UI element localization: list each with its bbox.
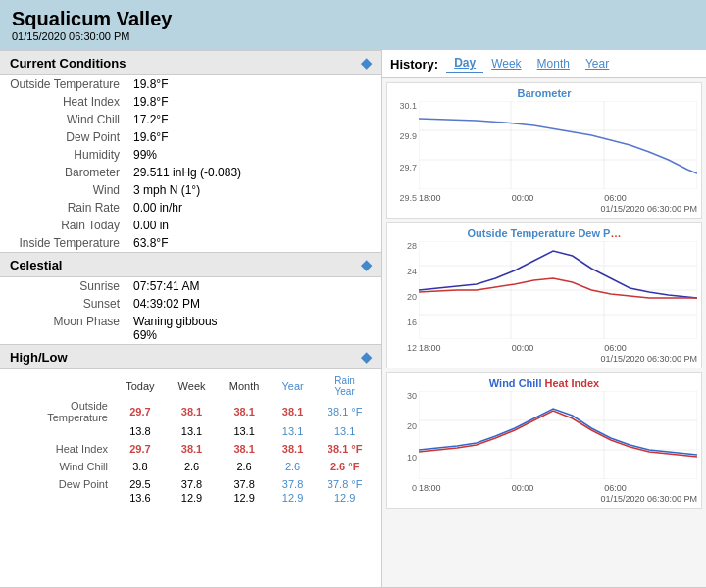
celestial-diamond-icon: ◆ (361, 257, 372, 272)
history-tabs-bar: History: Day Week Month Year (382, 50, 706, 78)
table-row: Sunset04:39:02 PM (0, 295, 381, 313)
list-item: 13.612.912.912.912.9 (6, 491, 376, 505)
temperature-chart: Outside Temperature Dew P… 28 24 20 16 1… (386, 222, 702, 368)
main-layout: Current Conditions ◆ Outside Temperature… (0, 50, 706, 587)
table-row: Wind Chill17.2°F (0, 111, 381, 128)
list-item: Wind Chill3.82.62.62.62.6 °F (6, 460, 376, 473)
charts-area: Barometer 30.1 29.9 29.7 29.5 (382, 78, 706, 587)
list-item: Outside Temperature29.738.138.138.138.1 … (6, 399, 376, 424)
left-panel: Current Conditions ◆ Outside Temperature… (0, 50, 382, 587)
temperature-svg (419, 241, 697, 339)
list-item: 13.813.113.113.113.1 (6, 424, 376, 438)
celestial-header: Celestial ◆ (0, 252, 381, 277)
highlow-diamond-icon: ◆ (361, 349, 372, 365)
table-row: Humidity99% (0, 146, 381, 164)
table-row: Inside Temperature63.8°F (0, 234, 381, 252)
header: Squalicum Valley 01/15/2020 06:30:00 PM (0, 0, 706, 50)
conditions-table: Outside Temperature19.8°FHeat Index19.8°… (0, 75, 381, 252)
highlow-table: Today Week Month Year RainYear Outside T… (6, 373, 376, 505)
current-conditions-header: Current Conditions ◆ (0, 50, 381, 75)
table-row: Heat Index19.8°F (0, 93, 381, 111)
tab-week[interactable]: Week (483, 55, 529, 73)
windchill-chart: Wind Chill Heat Index 30 20 10 0 (386, 372, 702, 509)
conditions-diamond-icon: ◆ (361, 55, 372, 71)
celestial-table: Sunrise07:57:41 AMSunset04:39:02 PMMoon … (0, 277, 381, 344)
tab-day[interactable]: Day (446, 54, 483, 74)
windchill-svg (419, 391, 697, 479)
list-item: Heat Index29.738.138.138.138.1 °F (6, 442, 376, 456)
barometer-svg (419, 101, 697, 189)
table-row: Wind3 mph N (1°) (0, 181, 381, 199)
tab-month[interactable]: Month (530, 55, 578, 73)
table-row: Sunrise07:57:41 AM (0, 277, 381, 295)
right-panel: History: Day Week Month Year Barometer 3… (382, 50, 706, 587)
station-date: 01/15/2020 06:30:00 PM (12, 30, 694, 42)
tab-year[interactable]: Year (578, 55, 617, 73)
table-row: Barometer29.511 inHg (-0.083) (0, 164, 381, 181)
list-item: Dew Point29.537.837.837.837.8 °F (6, 477, 376, 491)
table-row: Outside Temperature19.8°F (0, 75, 381, 93)
barometer-chart: Barometer 30.1 29.9 29.7 29.5 (386, 82, 702, 219)
table-row: Dew Point19.6°F (0, 128, 381, 146)
table-row: Moon PhaseWaning gibbous69% (0, 313, 381, 344)
highlow-header: High/Low ◆ (0, 344, 381, 369)
table-row: Rain Rate0.00 in/hr (0, 199, 381, 217)
table-row: Rain Today0.00 in (0, 217, 381, 234)
station-name: Squalicum Valley (12, 8, 694, 30)
